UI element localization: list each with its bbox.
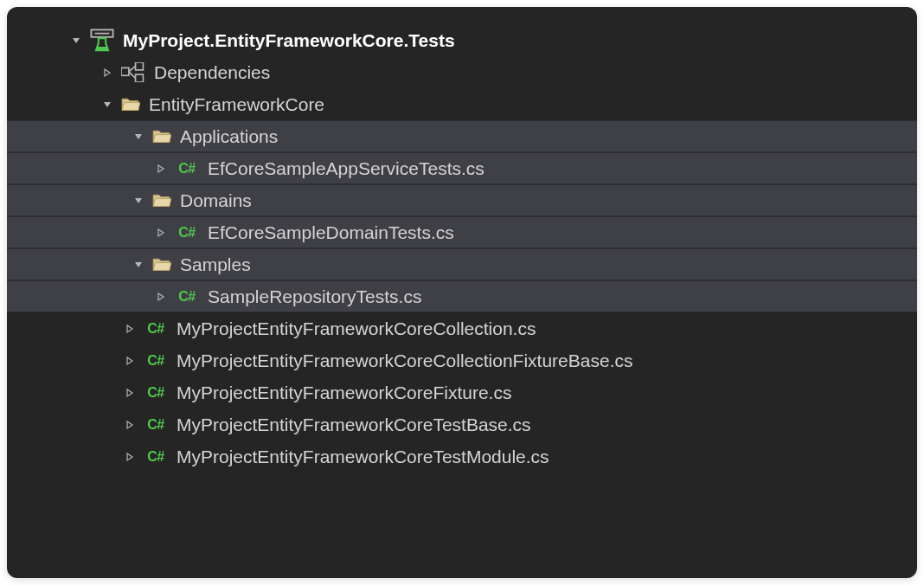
expander-collapsed-icon[interactable] xyxy=(100,66,114,80)
tree-item-project-root[interactable]: MyProject.EntityFrameworkCore.Tests xyxy=(7,24,917,56)
tree-item-dependencies[interactable]: Dependencies xyxy=(7,56,917,88)
csharp-file-icon: C# xyxy=(175,289,199,305)
folder-open-icon xyxy=(152,127,171,146)
csharp-file-icon: C# xyxy=(175,161,199,177)
folder-label: Samples xyxy=(180,254,251,275)
csharp-file-icon: C# xyxy=(175,225,199,241)
tree-item-file-collection[interactable]: C# MyProjectEntityFrameworkCoreCollectio… xyxy=(7,312,917,344)
file-label: MyProjectEntityFrameworkCoreTestModule.c… xyxy=(176,447,549,467)
expander-collapsed-icon[interactable] xyxy=(123,386,137,400)
expander-expanded-icon[interactable] xyxy=(100,98,114,112)
expander-expanded-icon[interactable] xyxy=(132,194,145,208)
csharp-file-icon: C# xyxy=(144,417,168,433)
expander-collapsed-icon[interactable] xyxy=(123,322,137,336)
csharp-file-icon: C# xyxy=(144,321,168,337)
folder-open-icon xyxy=(121,95,140,114)
tree-item-file-domain-tests[interactable]: C# EfCoreSampleDomainTests.cs xyxy=(7,216,917,248)
project-name-label: MyProject.EntityFrameworkCore.Tests xyxy=(123,30,455,51)
expander-collapsed-icon[interactable] xyxy=(154,226,168,240)
expander-collapsed-icon[interactable] xyxy=(154,290,168,304)
tree-item-folder-samples[interactable]: Samples xyxy=(7,248,917,280)
folder-open-icon xyxy=(152,255,171,274)
file-label: MyProjectEntityFrameworkCoreFixture.cs xyxy=(176,382,511,403)
expander-expanded-icon[interactable] xyxy=(132,130,145,144)
csharp-file-icon: C# xyxy=(144,385,168,401)
test-project-icon xyxy=(90,31,114,50)
tree-item-file-app-tests[interactable]: C# EfCoreSampleAppServiceTests.cs xyxy=(7,152,917,184)
file-label: MyProjectEntityFrameworkCoreCollection.c… xyxy=(176,318,536,339)
file-label: EfCoreSampleDomainTests.cs xyxy=(208,222,454,243)
svg-rect-2 xyxy=(121,68,129,75)
folder-label: Applications xyxy=(180,126,278,147)
tree-item-file-test-base[interactable]: C# MyProjectEntityFrameworkCoreTestBase.… xyxy=(7,408,917,440)
tree-item-folder-domains[interactable]: Domains xyxy=(7,184,917,216)
dependencies-label: Dependencies xyxy=(154,62,270,83)
tree-item-file-test-module[interactable]: C# MyProjectEntityFrameworkCoreTestModul… xyxy=(7,440,917,472)
folder-label: Domains xyxy=(180,190,252,211)
expander-expanded-icon[interactable] xyxy=(69,34,83,48)
tree-item-file-fixture[interactable]: C# MyProjectEntityFrameworkCoreFixture.c… xyxy=(7,376,917,408)
dependencies-icon xyxy=(121,63,145,82)
folder-open-icon xyxy=(152,191,171,210)
tree-item-file-fixture-base[interactable]: C# MyProjectEntityFrameworkCoreCollectio… xyxy=(7,344,917,376)
svg-rect-4 xyxy=(136,74,144,82)
svg-line-6 xyxy=(129,72,136,79)
expander-collapsed-icon[interactable] xyxy=(123,418,137,432)
svg-rect-3 xyxy=(136,62,144,70)
expander-collapsed-icon[interactable] xyxy=(123,450,137,464)
solution-explorer-tree[interactable]: MyProject.EntityFrameworkCore.Tests Depe… xyxy=(7,7,917,578)
file-label: MyProjectEntityFrameworkCoreTestBase.cs xyxy=(176,415,531,435)
file-label: SampleRepositoryTests.cs xyxy=(208,286,421,307)
file-label: MyProjectEntityFrameworkCoreCollectionFi… xyxy=(176,350,633,371)
expander-collapsed-icon[interactable] xyxy=(123,354,137,368)
expander-collapsed-icon[interactable] xyxy=(154,162,168,176)
svg-line-5 xyxy=(129,67,136,72)
expander-expanded-icon[interactable] xyxy=(132,258,145,272)
csharp-file-icon: C# xyxy=(144,449,168,465)
csharp-file-icon: C# xyxy=(144,353,168,369)
tree-item-folder-efc[interactable]: EntityFrameworkCore xyxy=(7,88,917,120)
tree-item-file-sample-tests[interactable]: C# SampleRepositoryTests.cs xyxy=(7,280,917,312)
folder-label: EntityFrameworkCore xyxy=(149,94,324,115)
tree-item-folder-applications[interactable]: Applications xyxy=(7,120,917,152)
file-label: EfCoreSampleAppServiceTests.cs xyxy=(208,158,484,179)
